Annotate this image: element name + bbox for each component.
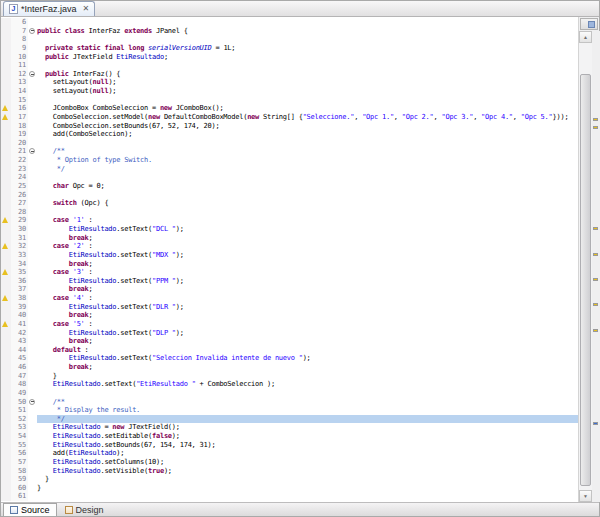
code-text[interactable] (37, 389, 578, 398)
code-text[interactable]: EtiResultado.setColumns(10); (37, 458, 578, 467)
fold-toggle-icon[interactable] (29, 148, 35, 154)
editor-line[interactable]: 14 setLayout(null); (1, 87, 578, 96)
line-number[interactable]: 23 (11, 165, 28, 174)
line-number[interactable]: 28 (11, 208, 28, 217)
editor-line[interactable]: 48 EtiResultado.setText("EtiResultado " … (1, 380, 578, 389)
line-number[interactable]: 41 (11, 320, 28, 329)
editor-line[interactable]: 7public class InterFaz extends JPanel { (1, 27, 578, 36)
code-text[interactable]: EtiResultado.setText("DCL "); (37, 225, 578, 234)
line-number[interactable]: 38 (11, 294, 28, 303)
line-number[interactable]: 42 (11, 329, 28, 338)
code-text[interactable]: break; (37, 234, 578, 243)
line-number[interactable]: 22 (11, 156, 28, 165)
code-text[interactable]: add(EtiResultado); (37, 449, 578, 458)
code-text[interactable]: JComboBox ComboSeleccion = new JComboBox… (37, 104, 578, 113)
code-text[interactable]: EtiResultado.setText("DLP "); (37, 329, 578, 338)
line-number[interactable]: 59 (11, 475, 28, 484)
code-text[interactable]: case '3' : (37, 268, 578, 277)
editor-line[interactable]: 51 * Display the result. (1, 406, 578, 415)
editor-line[interactable]: 56 add(EtiResultado); (1, 449, 578, 458)
line-number[interactable]: 19 (11, 130, 28, 139)
line-number[interactable]: 54 (11, 432, 28, 441)
editor-line[interactable]: 21 /** (1, 147, 578, 156)
editor-line[interactable]: 12 public InterFaz() { (1, 70, 578, 79)
code-text[interactable]: EtiResultado = new JTextField(); (37, 423, 578, 432)
line-number[interactable]: 46 (11, 363, 28, 372)
code-text[interactable]: case '1' : (37, 216, 578, 225)
code-text[interactable]: EtiResultado.setEditable(false); (37, 432, 578, 441)
overview-warning-mark[interactable] (593, 227, 598, 230)
line-number[interactable]: 57 (11, 458, 28, 467)
line-number[interactable]: 15 (11, 96, 28, 105)
line-number[interactable]: 17 (11, 113, 28, 122)
line-number[interactable]: 7 (11, 27, 28, 36)
warning-icon[interactable] (2, 269, 8, 275)
code-text[interactable]: */ (37, 415, 578, 424)
code-text[interactable] (37, 173, 578, 182)
editor-line[interactable]: 52 */ (1, 415, 578, 424)
line-number[interactable]: 13 (11, 78, 28, 87)
line-number[interactable]: 30 (11, 225, 28, 234)
editor-line[interactable]: 26 (1, 191, 578, 200)
code-text[interactable] (37, 18, 578, 27)
overview-ruler-header-icon[interactable] (580, 18, 598, 30)
line-number[interactable]: 50 (11, 398, 28, 407)
code-text[interactable]: break; (37, 337, 578, 346)
line-number[interactable]: 51 (11, 406, 28, 415)
overview-ruler[interactable] (592, 31, 600, 502)
tab-design[interactable]: Design (58, 503, 111, 516)
scrollbar-track[interactable] (579, 43, 592, 490)
scroll-down-icon[interactable]: ▼ (579, 490, 592, 502)
editor-line[interactable]: 23 */ (1, 165, 578, 174)
overview-warning-mark[interactable] (593, 278, 598, 281)
warning-icon[interactable] (2, 243, 8, 249)
warning-icon[interactable] (2, 295, 8, 301)
overview-cursor-mark[interactable] (593, 422, 598, 425)
code-text[interactable]: public class InterFaz extends JPanel { (37, 27, 578, 36)
editor-line[interactable]: 49 (1, 389, 578, 398)
line-number[interactable]: 36 (11, 277, 28, 286)
code-text[interactable]: EtiResultado.setText("Seleccion Invalida… (37, 354, 578, 363)
code-text[interactable]: } (37, 484, 578, 493)
line-number[interactable]: 18 (11, 122, 28, 131)
code-text[interactable]: case '5' : (37, 320, 578, 329)
line-number[interactable]: 12 (11, 70, 28, 79)
line-number[interactable]: 32 (11, 242, 28, 251)
editor-line[interactable]: 41 case '5' : (1, 320, 578, 329)
fold-toggle-icon[interactable] (29, 399, 35, 405)
line-number[interactable]: 29 (11, 216, 28, 225)
line-number[interactable]: 56 (11, 449, 28, 458)
editor-line[interactable]: 45 EtiResultado.setText("Seleccion Inval… (1, 354, 578, 363)
editor-line[interactable]: 59 } (1, 475, 578, 484)
editor-line[interactable]: 18 ComboSeleccion.setBounds(67, 52, 174,… (1, 122, 578, 131)
code-text[interactable]: case '4' : (37, 294, 578, 303)
line-number[interactable]: 55 (11, 441, 28, 450)
close-tab-icon[interactable]: ✕ (83, 5, 90, 13)
scroll-up-icon[interactable]: ▲ (579, 31, 592, 43)
code-text[interactable]: EtiResultado.setText("MDX "); (37, 251, 578, 260)
editor-line[interactable]: 36 EtiResultado.setText("PPM "); (1, 277, 578, 286)
code-text[interactable]: * Option of type Switch. (37, 156, 578, 165)
line-number[interactable]: 49 (11, 389, 28, 398)
warning-icon[interactable] (2, 321, 8, 327)
line-number[interactable]: 44 (11, 346, 28, 355)
editor-line[interactable]: 40 break; (1, 311, 578, 320)
line-number[interactable]: 9 (11, 44, 28, 53)
tab-interfaz-java[interactable]: J *InterFaz.java ✕ (3, 1, 95, 16)
code-text[interactable]: ComboSeleccion.setModel(new DefaultCombo… (37, 113, 578, 122)
line-number[interactable]: 21 (11, 147, 28, 156)
line-number[interactable]: 61 (11, 492, 28, 501)
code-text[interactable] (37, 208, 578, 217)
editor-line[interactable]: 54 EtiResultado.setEditable(false); (1, 432, 578, 441)
vertical-scrollbar[interactable]: ▲ ▼ (579, 31, 592, 502)
line-number[interactable]: 40 (11, 311, 28, 320)
code-text[interactable]: /** (37, 147, 578, 156)
line-number[interactable]: 37 (11, 285, 28, 294)
editor-line[interactable]: 16 JComboBox ComboSeleccion = new JCombo… (1, 104, 578, 113)
line-number[interactable]: 6 (11, 18, 28, 27)
code-text[interactable]: EtiResultado.setVisible(true); (37, 467, 578, 476)
scrollbar-thumb[interactable] (580, 74, 591, 485)
editor-line[interactable]: 24 (1, 173, 578, 182)
code-text[interactable]: char Opc = 0; (37, 182, 578, 191)
overview-warning-mark[interactable] (593, 253, 598, 256)
